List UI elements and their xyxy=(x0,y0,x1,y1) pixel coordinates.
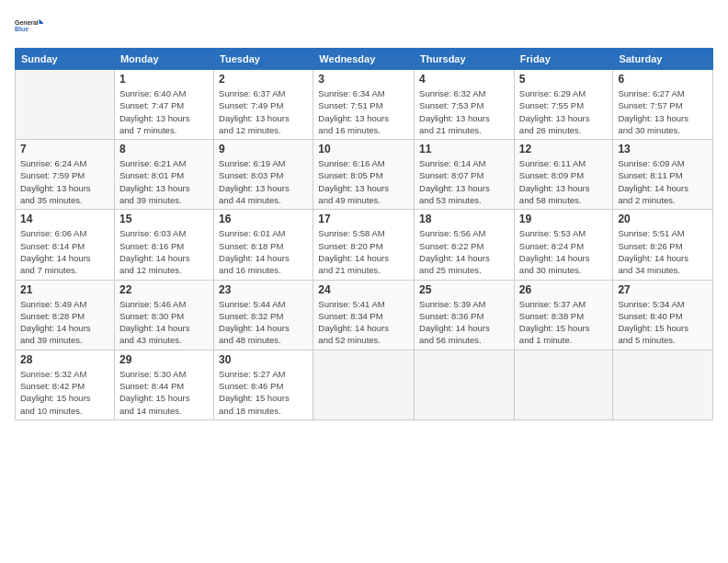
calendar-cell xyxy=(313,350,415,419)
calendar-cell: 1Sunrise: 6:40 AM Sunset: 7:47 PM Daylig… xyxy=(114,70,213,140)
svg-text:Blue: Blue xyxy=(15,26,28,32)
svg-marker-3 xyxy=(40,20,43,24)
calendar-cell: 10Sunrise: 6:16 AM Sunset: 8:05 PM Dayli… xyxy=(313,140,415,210)
day-number: 19 xyxy=(519,213,609,225)
day-number: 12 xyxy=(519,143,609,155)
day-number: 7 xyxy=(20,143,109,155)
day-number: 2 xyxy=(219,73,308,86)
day-info: Sunrise: 6:11 AM Sunset: 8:09 PM Dayligh… xyxy=(519,157,609,206)
logo: General Blue xyxy=(15,11,44,40)
day-info: Sunrise: 6:06 AM Sunset: 8:14 PM Dayligh… xyxy=(20,227,109,276)
day-info: Sunrise: 5:44 AM Sunset: 8:32 PM Dayligh… xyxy=(219,298,308,347)
day-info: Sunrise: 6:09 AM Sunset: 8:11 PM Dayligh… xyxy=(618,157,708,206)
calendar-cell: 27Sunrise: 5:34 AM Sunset: 8:40 PM Dayli… xyxy=(613,280,713,350)
calendar-cell: 4Sunrise: 6:32 AM Sunset: 7:53 PM Daylig… xyxy=(415,70,515,140)
day-number: 15 xyxy=(119,213,209,225)
col-header-wednesday: Wednesday xyxy=(313,49,415,70)
page-header: General Blue xyxy=(15,11,713,40)
week-row-1: 1Sunrise: 6:40 AM Sunset: 7:47 PM Daylig… xyxy=(16,70,713,140)
day-info: Sunrise: 6:29 AM Sunset: 7:55 PM Dayligh… xyxy=(519,87,609,136)
calendar-cell: 23Sunrise: 5:44 AM Sunset: 8:32 PM Dayli… xyxy=(214,280,313,350)
calendar-cell: 9Sunrise: 6:19 AM Sunset: 8:03 PM Daylig… xyxy=(214,140,313,210)
col-header-tuesday: Tuesday xyxy=(214,49,313,70)
day-info: Sunrise: 5:51 AM Sunset: 8:26 PM Dayligh… xyxy=(618,227,708,276)
day-number: 24 xyxy=(318,283,409,296)
day-info: Sunrise: 6:27 AM Sunset: 7:57 PM Dayligh… xyxy=(618,87,708,136)
day-number: 18 xyxy=(419,213,509,225)
calendar-cell: 21Sunrise: 5:49 AM Sunset: 8:28 PM Dayli… xyxy=(16,280,115,350)
calendar-cell: 12Sunrise: 6:11 AM Sunset: 8:09 PM Dayli… xyxy=(514,140,613,210)
day-number: 5 xyxy=(519,73,609,86)
day-number: 14 xyxy=(20,213,109,225)
day-info: Sunrise: 6:03 AM Sunset: 8:16 PM Dayligh… xyxy=(119,227,209,276)
calendar-cell: 5Sunrise: 6:29 AM Sunset: 7:55 PM Daylig… xyxy=(514,70,613,140)
calendar-cell: 20Sunrise: 5:51 AM Sunset: 8:26 PM Dayli… xyxy=(613,210,713,280)
calendar-cell: 28Sunrise: 5:32 AM Sunset: 8:42 PM Dayli… xyxy=(16,350,115,419)
day-info: Sunrise: 6:40 AM Sunset: 7:47 PM Dayligh… xyxy=(119,87,209,136)
day-info: Sunrise: 5:58 AM Sunset: 8:20 PM Dayligh… xyxy=(318,227,409,276)
day-number: 11 xyxy=(419,143,509,155)
col-header-monday: Monday xyxy=(114,49,213,70)
day-info: Sunrise: 5:34 AM Sunset: 8:40 PM Dayligh… xyxy=(618,298,708,347)
week-row-4: 21Sunrise: 5:49 AM Sunset: 8:28 PM Dayli… xyxy=(16,280,713,350)
day-info: Sunrise: 6:34 AM Sunset: 7:51 PM Dayligh… xyxy=(318,87,409,136)
day-number: 21 xyxy=(20,283,109,296)
day-info: Sunrise: 6:37 AM Sunset: 7:49 PM Dayligh… xyxy=(219,87,308,136)
svg-text:General: General xyxy=(15,19,39,26)
day-info: Sunrise: 5:53 AM Sunset: 8:24 PM Dayligh… xyxy=(519,227,609,276)
calendar-cell xyxy=(514,350,613,419)
col-header-thursday: Thursday xyxy=(415,49,515,70)
calendar-cell: 17Sunrise: 5:58 AM Sunset: 8:20 PM Dayli… xyxy=(313,210,415,280)
calendar-cell xyxy=(16,70,115,140)
calendar-cell: 2Sunrise: 6:37 AM Sunset: 7:49 PM Daylig… xyxy=(214,70,313,140)
day-number: 9 xyxy=(219,143,308,155)
day-number: 26 xyxy=(519,283,609,296)
day-info: Sunrise: 6:32 AM Sunset: 7:53 PM Dayligh… xyxy=(419,87,509,136)
day-number: 28 xyxy=(20,353,109,366)
calendar-cell: 15Sunrise: 6:03 AM Sunset: 8:16 PM Dayli… xyxy=(114,210,213,280)
day-number: 22 xyxy=(119,283,209,296)
week-row-5: 28Sunrise: 5:32 AM Sunset: 8:42 PM Dayli… xyxy=(16,350,713,419)
calendar-cell: 16Sunrise: 6:01 AM Sunset: 8:18 PM Dayli… xyxy=(214,210,313,280)
day-number: 25 xyxy=(419,283,509,296)
day-info: Sunrise: 5:30 AM Sunset: 8:44 PM Dayligh… xyxy=(119,368,209,417)
col-header-friday: Friday xyxy=(514,49,613,70)
day-info: Sunrise: 6:16 AM Sunset: 8:05 PM Dayligh… xyxy=(318,157,409,206)
calendar-cell: 26Sunrise: 5:37 AM Sunset: 8:38 PM Dayli… xyxy=(514,280,613,350)
calendar-table: SundayMondayTuesdayWednesdayThursdayFrid… xyxy=(15,48,713,420)
calendar-cell: 11Sunrise: 6:14 AM Sunset: 8:07 PM Dayli… xyxy=(415,140,515,210)
calendar-cell: 3Sunrise: 6:34 AM Sunset: 7:51 PM Daylig… xyxy=(313,70,415,140)
day-number: 1 xyxy=(119,73,209,86)
calendar-cell: 22Sunrise: 5:46 AM Sunset: 8:30 PM Dayli… xyxy=(114,280,213,350)
col-header-sunday: Sunday xyxy=(16,49,115,70)
day-number: 17 xyxy=(318,213,409,225)
day-number: 30 xyxy=(219,353,308,366)
col-header-saturday: Saturday xyxy=(613,49,713,70)
day-number: 23 xyxy=(219,283,308,296)
calendar-cell xyxy=(415,350,515,419)
day-info: Sunrise: 6:01 AM Sunset: 8:18 PM Dayligh… xyxy=(219,227,308,276)
calendar-cell: 19Sunrise: 5:53 AM Sunset: 8:24 PM Dayli… xyxy=(514,210,613,280)
day-info: Sunrise: 5:32 AM Sunset: 8:42 PM Dayligh… xyxy=(20,368,109,417)
day-number: 27 xyxy=(618,283,708,296)
calendar-cell: 7Sunrise: 6:24 AM Sunset: 7:59 PM Daylig… xyxy=(16,140,115,210)
day-number: 16 xyxy=(219,213,308,225)
day-info: Sunrise: 5:49 AM Sunset: 8:28 PM Dayligh… xyxy=(20,298,109,347)
calendar-cell: 30Sunrise: 5:27 AM Sunset: 8:46 PM Dayli… xyxy=(214,350,313,419)
day-number: 13 xyxy=(618,143,708,155)
week-row-2: 7Sunrise: 6:24 AM Sunset: 7:59 PM Daylig… xyxy=(16,140,713,210)
day-info: Sunrise: 6:14 AM Sunset: 8:07 PM Dayligh… xyxy=(419,157,509,206)
calendar-cell: 29Sunrise: 5:30 AM Sunset: 8:44 PM Dayli… xyxy=(114,350,213,419)
day-number: 4 xyxy=(419,73,509,86)
calendar-cell: 25Sunrise: 5:39 AM Sunset: 8:36 PM Dayli… xyxy=(415,280,515,350)
day-number: 20 xyxy=(618,213,708,225)
day-info: Sunrise: 5:56 AM Sunset: 8:22 PM Dayligh… xyxy=(419,227,509,276)
day-number: 8 xyxy=(119,143,209,155)
logo-svg: General Blue xyxy=(15,11,44,40)
day-info: Sunrise: 6:21 AM Sunset: 8:01 PM Dayligh… xyxy=(119,157,209,206)
day-info: Sunrise: 5:37 AM Sunset: 8:38 PM Dayligh… xyxy=(519,298,609,347)
day-info: Sunrise: 5:41 AM Sunset: 8:34 PM Dayligh… xyxy=(318,298,409,347)
day-number: 6 xyxy=(618,73,708,86)
day-number: 29 xyxy=(119,353,209,366)
day-info: Sunrise: 5:46 AM Sunset: 8:30 PM Dayligh… xyxy=(119,298,209,347)
